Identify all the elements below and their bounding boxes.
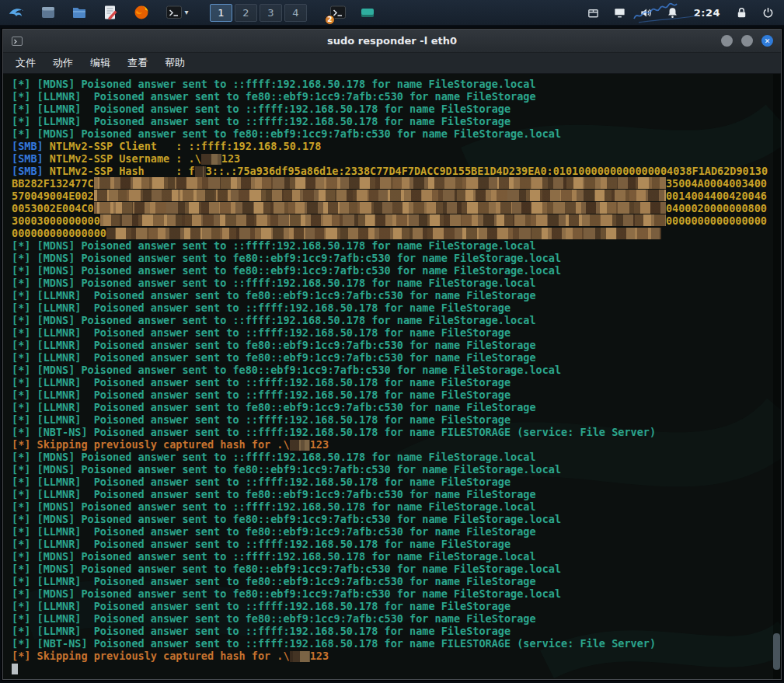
window-app-icon: [40, 4, 57, 21]
launcher-file-manager[interactable]: [68, 2, 90, 23]
terminal-line: [*] [LLMNR] Poisoned answer sent to ::ff…: [12, 476, 767, 488]
terminal-line: [*] [MDNS] Poisoned answer sent to ::fff…: [12, 500, 767, 513]
workspace-2[interactable]: 2: [235, 4, 257, 22]
launcher-text-editor[interactable]: [99, 2, 121, 23]
terminal-line: [*] [LLMNR] Poisoned answer sent to fe80…: [12, 289, 767, 301]
window-title: sudo responder -l eth0: [50, 35, 734, 47]
close-button[interactable]: ✕: [761, 35, 773, 47]
terminal-line: [*] [MDNS] Poisoned answer sent to fe80:…: [12, 364, 767, 376]
terminal-line: [*] [MDNS] Poisoned answer sent to ::fff…: [12, 451, 767, 463]
menu-edit[interactable]: 编辑: [82, 54, 118, 72]
scrollbar[interactable]: [773, 74, 780, 679]
terminal-line: [*] [LLMNR] Poisoned answer sent to fe80…: [12, 339, 767, 351]
terminal-text: 35004A0004003400: [666, 177, 767, 190]
minimize-button[interactable]: [721, 35, 733, 47]
terminal-text: [*] [MDNS] Poisoned answer sent to ::fff…: [12, 239, 536, 252]
terminal-line: [*] [MDNS] Poisoned answer sent to ::fff…: [12, 239, 767, 252]
terminal-text: [*] [NBT-NS] Poisoned answer sent to ::f…: [12, 426, 656, 438]
terminal-text: [*] [LLMNR] Poisoned answer sent to ::ff…: [12, 625, 510, 637]
workspace-label: 3: [267, 7, 274, 19]
terminal-text: [*] [LLMNR] Poisoned answer sent to fe80…: [12, 90, 536, 103]
lock-icon: [735, 6, 748, 19]
launcher-firefox[interactable]: [131, 2, 152, 23]
display-tray-button[interactable]: [610, 3, 630, 22]
terminal-line: [*] [LLMNR] Poisoned answer sent to ::ff…: [12, 413, 767, 426]
terminal-text: [*] [LLMNR] Poisoned answer sent to fe80…: [12, 612, 536, 625]
workspace-switcher: 1 2 3 4: [210, 4, 307, 22]
workspace-label: 2: [242, 7, 249, 19]
terminal-line: [*] [LLMNR] Poisoned answer sent to fe80…: [12, 488, 767, 500]
terminal-text: NTLMv2-SSP Client : ::ffff:192.168.50.17…: [50, 140, 322, 152]
package-icon: [587, 6, 600, 19]
redacted-blur: [290, 651, 310, 662]
redacted-blur: [94, 177, 666, 189]
kali-menu-button[interactable]: [6, 2, 28, 23]
launcher-window-manager[interactable]: [37, 2, 59, 23]
terminal-text: [*] [LLMNR] Poisoned answer sent to ::ff…: [12, 103, 510, 115]
terminal-text: [*] [LLMNR] Poisoned answer sent to ::ff…: [12, 538, 510, 550]
terminal-line: [*] [MDNS] Poisoned answer sent to ::fff…: [12, 314, 767, 326]
terminal-line: [*] [MDNS] Poisoned answer sent to fe80:…: [12, 463, 767, 476]
terminal-line: [*] [MDNS] Poisoned answer sent to fe80:…: [12, 513, 767, 525]
terminal-text: [*] [LLMNR] Poisoned answer sent to ::ff…: [12, 115, 510, 127]
terminal-text: [*] [LLMNR] Poisoned answer sent to fe80…: [12, 289, 536, 301]
terminal-text: [*] [LLMNR] Poisoned answer sent to fe80…: [12, 401, 536, 413]
terminal-text: [*] [LLMNR] Poisoned answer sent to fe80…: [12, 525, 536, 538]
power-tray-button[interactable]: [758, 3, 778, 22]
terminal-line: [*] [LLMNR] Poisoned answer sent to fe80…: [12, 401, 767, 413]
display-icon: [613, 6, 626, 19]
terminal-line: [*] [LLMNR] Poisoned answer sent to fe80…: [12, 612, 767, 625]
terminal-text: [*] Skipping previously captured hash fo…: [12, 650, 290, 662]
terminal-text: [*] [MDNS] Poisoned answer sent to fe80:…: [12, 127, 561, 140]
terminal-text: BB282F132477C: [12, 177, 94, 190]
terminal-text: [*] [MDNS] Poisoned answer sent to ::fff…: [12, 78, 536, 90]
maximize-button[interactable]: [741, 35, 753, 47]
terminal-line: [*] [MDNS] Poisoned answer sent to ::fff…: [12, 277, 767, 289]
terminal-line: [*] [MDNS] Poisoned answer sent to ::fff…: [12, 550, 767, 563]
notifications-tray-button[interactable]: [663, 3, 683, 22]
terminal-text: [*] [MDNS] Poisoned answer sent to fe80:…: [12, 563, 561, 575]
updates-tray-button[interactable]: [584, 3, 604, 22]
volume-tray-button[interactable]: [636, 3, 657, 22]
terminal-text: [*] [NBT-NS] Poisoned answer sent to ::f…: [12, 637, 656, 650]
window-controls: ✕: [721, 35, 773, 47]
workspace-1[interactable]: 1: [210, 4, 232, 22]
terminal-text: 3::.:75a936df95a86d1e:2338C77D4F7DACC9D1…: [206, 165, 768, 177]
terminal-text: [*] [MDNS] Poisoned answer sent to ::fff…: [12, 550, 536, 563]
terminal-line: [*] [LLMNR] Poisoned answer sent to ::ff…: [12, 389, 767, 401]
taskbar-terminal-window[interactable]: 2: [327, 2, 349, 23]
clock[interactable]: 2:24: [689, 7, 725, 19]
terminal-text: [*] [LLMNR] Poisoned answer sent to ::ff…: [12, 376, 510, 389]
workspace-4[interactable]: 4: [284, 4, 307, 22]
terminal-line: [*] [MDNS] Poisoned answer sent to fe80:…: [12, 127, 767, 140]
scrollbar-thumb[interactable]: [773, 633, 780, 670]
terminal-viewport[interactable]: [*] [MDNS] Poisoned answer sent to ::fff…: [3, 74, 781, 679]
terminal-line: [SMB] NTLMv2-SSP Username : .\123: [12, 152, 767, 165]
terminal-text: [*] [MDNS] Poisoned answer sent to fe80:…: [12, 513, 561, 525]
workspace-label: 1: [218, 7, 224, 19]
terminal-line: [*] [LLMNR] Poisoned answer sent to ::ff…: [12, 376, 767, 389]
titlebar[interactable]: sudo responder -l eth0 ✕: [3, 30, 781, 53]
lock-tray-button[interactable]: [731, 3, 751, 22]
notification-badge: 2: [325, 15, 335, 25]
firefox-icon: [133, 4, 150, 21]
top-panel: ▾ 1 2 3 4 2: [0, 0, 784, 26]
terminal-line: [*] [LLMNR] Poisoned answer sent to fe80…: [12, 351, 767, 364]
menubar: 文件 动作 编辑 查看 帮助: [3, 53, 781, 74]
terminal-text: [*] [LLMNR] Poisoned answer sent to fe80…: [12, 339, 536, 351]
terminal-line: [*] [LLMNR] Poisoned answer sent to fe80…: [12, 525, 767, 538]
window-menu-icon[interactable]: [11, 35, 23, 47]
speaker-icon: [639, 6, 653, 19]
text-editor-icon: [102, 4, 119, 21]
terminal-line: [*] [MDNS] Poisoned answer sent to ::fff…: [12, 78, 767, 90]
workspace-3[interactable]: 3: [260, 4, 282, 22]
menu-help[interactable]: 帮助: [157, 54, 193, 72]
folder-icon: [71, 4, 88, 21]
menu-view[interactable]: 查看: [120, 54, 155, 72]
launcher-terminal[interactable]: ▾: [162, 2, 193, 23]
terminal-line: [*] [MDNS] Poisoned answer sent to fe80:…: [12, 587, 767, 600]
menu-file[interactable]: 文件: [8, 54, 44, 72]
terminal-line: [*] [LLMNR] Poisoned answer sent to ::ff…: [12, 600, 767, 612]
tray-app-icon[interactable]: [361, 9, 374, 17]
menu-actions[interactable]: 动作: [45, 54, 81, 72]
